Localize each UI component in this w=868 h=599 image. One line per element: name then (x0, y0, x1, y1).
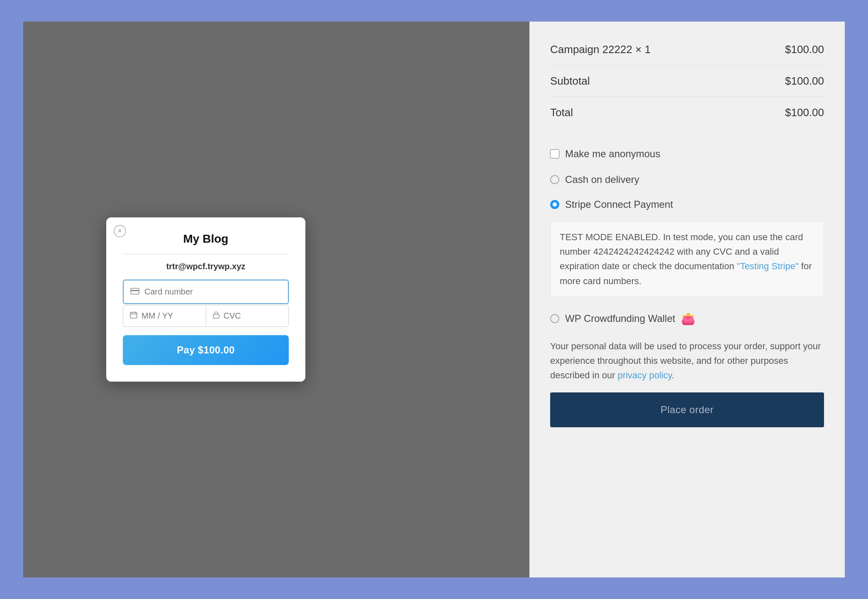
modal-overlay: × My Blog trtr@wpcf.trywp.xyz (23, 22, 845, 577)
svg-rect-2 (130, 312, 137, 318)
payment-modal: × My Blog trtr@wpcf.trywp.xyz (106, 217, 305, 382)
expiry-wrapper (123, 305, 206, 327)
calendar-icon (130, 311, 137, 321)
cvc-input[interactable] (224, 311, 282, 321)
expiry-input[interactable] (141, 311, 199, 321)
modal-divider (123, 254, 289, 254)
pay-button[interactable]: Pay $100.00 (123, 335, 289, 365)
modal-close-button[interactable]: × (114, 225, 126, 237)
lock-icon (213, 311, 219, 321)
card-number-wrapper (123, 280, 289, 304)
svg-rect-1 (131, 290, 139, 291)
svg-rect-6 (213, 314, 219, 318)
cvc-wrapper (206, 305, 289, 327)
screen-wrapper: Campaign 22222 × 1 $100.00 Subtotal $100… (23, 22, 845, 577)
modal-title: My Blog (123, 232, 289, 246)
card-icon (130, 287, 139, 297)
card-number-input[interactable] (144, 287, 281, 297)
modal-email: trtr@wpcf.trywp.xyz (123, 262, 289, 271)
close-icon: × (118, 227, 122, 235)
card-row-bottom (123, 305, 289, 327)
